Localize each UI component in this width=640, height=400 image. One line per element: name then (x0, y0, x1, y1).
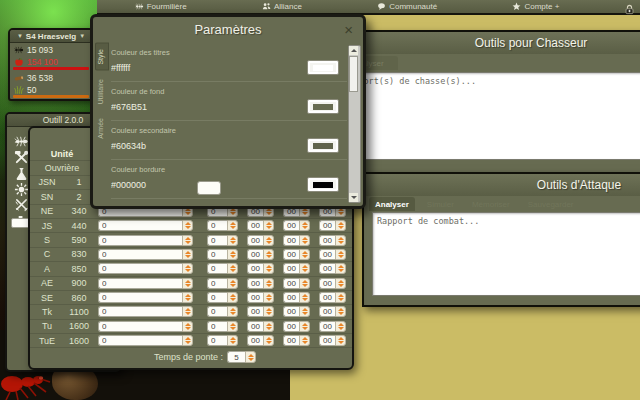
spinner-buttons[interactable] (299, 335, 310, 346)
spinner-up-icon[interactable] (185, 294, 191, 297)
spinner-down-icon[interactable] (302, 298, 308, 301)
unit-count-input[interactable] (247, 249, 263, 260)
spinner-buttons[interactable] (227, 335, 238, 346)
spinner-buttons[interactable] (263, 235, 274, 246)
spinner-buttons[interactable] (182, 249, 193, 260)
flask-icon[interactable] (14, 166, 29, 181)
spinner-up-icon[interactable] (266, 323, 272, 326)
spinner-down-icon[interactable] (185, 269, 191, 272)
spinner-down-icon[interactable] (266, 241, 272, 244)
spinner-down-icon[interactable] (302, 226, 308, 229)
spinner-up-icon[interactable] (230, 337, 236, 340)
scrollbar[interactable] (348, 45, 361, 203)
tab-analyser[interactable]: Analyser (369, 197, 415, 211)
spinner-buttons[interactable] (263, 263, 274, 274)
spinner-down-icon[interactable] (185, 226, 191, 229)
spinner-up-icon[interactable] (266, 251, 272, 254)
spinner-buttons[interactable] (227, 220, 238, 231)
spinner-buttons[interactable] (182, 321, 193, 332)
spinner-down-icon[interactable] (185, 312, 191, 315)
unit-count-input[interactable] (98, 321, 182, 332)
spinner-down-icon[interactable] (266, 212, 272, 215)
spinner-down-icon[interactable] (338, 284, 344, 287)
spinner-down-icon[interactable] (266, 255, 272, 258)
spinner-up-icon[interactable] (185, 251, 191, 254)
spinner-down-icon[interactable] (230, 226, 236, 229)
unit-count-input[interactable] (247, 235, 263, 246)
spinner-down-icon[interactable] (338, 341, 344, 344)
unit-count-input[interactable] (98, 263, 182, 274)
spinner-buttons[interactable] (335, 292, 346, 303)
menu-item-alliance[interactable]: Alliance (262, 2, 302, 11)
spinner-buttons[interactable] (299, 220, 310, 231)
unit-count-input[interactable] (247, 306, 263, 317)
spinner-down-icon[interactable] (230, 212, 236, 215)
spinner-up-icon[interactable] (266, 222, 272, 225)
spinner-up-icon[interactable] (338, 308, 344, 311)
spinner-down-icon[interactable] (302, 312, 308, 315)
ant-icon[interactable] (14, 134, 29, 149)
spinner-down-icon[interactable] (338, 327, 344, 330)
unit-count-input[interactable] (207, 235, 227, 246)
unit-count-input[interactable] (247, 321, 263, 332)
unit-count-input[interactable] (283, 321, 299, 332)
spinner-up-icon[interactable] (338, 323, 344, 326)
spinner-down-icon[interactable] (185, 298, 191, 301)
spinner-up-icon[interactable] (266, 280, 272, 283)
spinner-up-icon[interactable] (185, 222, 191, 225)
spinner-buttons[interactable] (335, 306, 346, 317)
spinner-up-icon[interactable] (302, 222, 308, 225)
spinner-buttons[interactable] (299, 263, 310, 274)
spinner-up-icon[interactable] (302, 280, 308, 283)
spinner-up-icon[interactable] (302, 251, 308, 254)
spinner-buttons[interactable] (227, 263, 238, 274)
tools-icon[interactable] (14, 150, 29, 165)
spinner-down-icon[interactable] (230, 312, 236, 315)
spinner-buttons[interactable] (263, 321, 274, 332)
spinner-down-icon[interactable] (230, 284, 236, 287)
spinner-up-icon[interactable] (230, 308, 236, 311)
spinner-down-icon[interactable] (230, 255, 236, 258)
spinner-down-icon[interactable] (302, 341, 308, 344)
unit-count-input[interactable] (247, 292, 263, 303)
spinner-down-icon[interactable] (230, 269, 236, 272)
unit-count-input[interactable] (207, 321, 227, 332)
spinner-buttons[interactable] (335, 263, 346, 274)
spinner-buttons[interactable] (263, 306, 274, 317)
color-swatch-button[interactable] (307, 177, 339, 192)
spinner-down-icon[interactable] (266, 284, 272, 287)
spinner-buttons[interactable] (182, 306, 193, 317)
spinner-up-icon[interactable] (302, 323, 308, 326)
spinner-up-icon[interactable] (338, 280, 344, 283)
spinner-down-icon[interactable] (338, 226, 344, 229)
unit-count-input[interactable] (98, 335, 182, 346)
spinner-up-icon[interactable] (185, 280, 191, 283)
spinner-up-icon[interactable] (185, 308, 191, 311)
spinner-down-icon[interactable] (230, 327, 236, 330)
dialog-tab-utilitaire[interactable]: Utilitaire (95, 73, 109, 110)
spinner-buttons[interactable] (263, 220, 274, 231)
unit-count-input[interactable] (283, 249, 299, 260)
spinner-buttons[interactable] (227, 321, 238, 332)
dialog-tab-arm-e[interactable]: Armée (95, 112, 109, 145)
unit-count-input[interactable] (98, 292, 182, 303)
spinner-down-icon[interactable] (185, 212, 191, 215)
unit-count-input[interactable] (283, 292, 299, 303)
spinner-buttons[interactable] (263, 292, 274, 303)
spinner-down-icon[interactable] (185, 284, 191, 287)
spinner-down-icon[interactable] (266, 226, 272, 229)
spinner-buttons[interactable] (227, 235, 238, 246)
spinner-down-icon[interactable] (266, 341, 272, 344)
spinner-down-icon[interactable] (302, 255, 308, 258)
spinner-down-icon[interactable] (302, 284, 308, 287)
sun-icon[interactable] (14, 182, 29, 197)
chevron-down-icon[interactable]: ▼ (17, 33, 23, 39)
spinner-buttons[interactable] (182, 278, 193, 289)
hunt-report-textarea[interactable]: Rapport(s) de chasse(s)... (338, 72, 640, 160)
unit-count-input[interactable] (247, 335, 263, 346)
spinner-down-icon[interactable] (266, 269, 272, 272)
scroll-up-icon[interactable] (349, 46, 358, 55)
spinner-down-icon[interactable] (302, 269, 308, 272)
color-swatch-button[interactable] (307, 138, 339, 153)
spinner-down-icon[interactable] (302, 212, 308, 215)
